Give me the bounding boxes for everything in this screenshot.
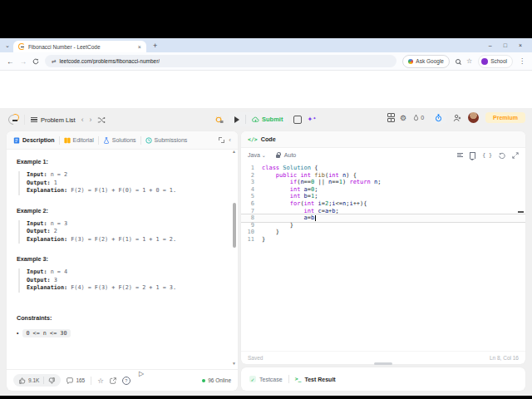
editorial-icon — [64, 137, 71, 144]
line-content: int c=a+b; — [254, 208, 339, 215]
saved-status: Saved — [248, 355, 263, 361]
code-line[interactable]: 9 } — [241, 222, 525, 229]
leetcode-page: Problem List ‹ › — [0, 108, 532, 396]
line-number: 8 — [241, 214, 254, 222]
scroll-up-icon[interactable]: ▲ — [232, 150, 236, 154]
chevron-down-icon: ⌄ — [262, 152, 266, 158]
code-icon: </> — [248, 136, 258, 143]
ask-google-button[interactable]: Ask Google — [402, 55, 450, 68]
debug-icon[interactable] — [214, 115, 224, 124]
thumbs-down-icon[interactable] — [48, 377, 55, 384]
autocomplete-label: Auto — [284, 152, 296, 158]
expand-editor-icon[interactable] — [512, 152, 519, 159]
shuffle-icon[interactable] — [97, 116, 106, 124]
streak-counter[interactable]: 0 — [413, 114, 424, 121]
url-field[interactable]: ⇄ leetcode.com/problems/fibonacci-number… — [45, 55, 397, 67]
testcase-check-icon: ✓ — [249, 376, 256, 382]
comments-button[interactable]: 165 — [66, 377, 85, 384]
online-dot — [202, 379, 205, 382]
settings-gear-icon[interactable]: ⚙ — [400, 114, 406, 122]
history-clock-icon — [145, 137, 152, 144]
new-tab-button[interactable]: + — [153, 42, 157, 50]
invite-user-icon[interactable] — [453, 114, 461, 122]
problem-description[interactable]: Example 1: Input: n = 2 Output: 1 Explan… — [7, 150, 238, 370]
scrollbar-thumb[interactable] — [233, 203, 236, 248]
reset-code-icon[interactable] — [499, 152, 505, 159]
scroll-down-icon[interactable]: ▼ — [232, 362, 236, 366]
tab-description[interactable]: Description — [13, 137, 55, 144]
code-line[interactable]: 11} — [241, 236, 525, 244]
braces-icon[interactable]: { } — [482, 152, 492, 159]
code-line[interactable]: 6 for(int i=2;i<=n;i++){ — [241, 200, 525, 208]
window-maximize-button[interactable]: □ — [504, 42, 507, 48]
search-icon[interactable] — [456, 59, 461, 64]
ask-google-label: Ask Google — [416, 58, 444, 64]
help-icon[interactable]: ? — [122, 377, 131, 385]
code-line[interactable]: 3 if(n==0 || n==1) return n; — [241, 179, 525, 186]
example-title: Example 1: — [17, 158, 226, 165]
next-problem-icon[interactable]: › — [90, 116, 92, 124]
vote-group: 9.1K — [13, 374, 61, 387]
description-scrollbar[interactable]: ▲ ▼ — [231, 150, 237, 366]
window-minimize-button[interactable]: – — [489, 42, 492, 48]
line-content: public int fib(int n) { — [254, 172, 357, 180]
code-line[interactable]: 4 int a=0; — [241, 186, 525, 194]
browser-tab[interactable]: Fibonacci Number - LeetCode × — [13, 41, 146, 52]
bookmark-icon[interactable] — [470, 152, 475, 159]
share-icon[interactable] — [110, 377, 116, 384]
tab-solutions[interactable]: Solutions — [103, 137, 136, 144]
fullscreen-icon[interactable] — [219, 137, 224, 143]
language-select[interactable]: Java ⌄ — [248, 152, 266, 158]
code-panel-header: </> Code — [241, 131, 525, 148]
browser-menu-icon[interactable]: ⋮ — [519, 57, 525, 65]
leetcode-logo[interactable] — [8, 115, 18, 125]
like-button[interactable]: 9.1K — [19, 377, 39, 384]
code-line[interactable]: 2 public int fib(int n) { — [241, 172, 525, 180]
url-text: leetcode.com/problems/fibonacci-number/ — [59, 58, 160, 64]
code-line[interactable]: 5 int b=1; — [241, 193, 525, 200]
bookmark-star-icon[interactable]: ☆ — [466, 57, 472, 65]
tab-editorial[interactable]: Editorial — [64, 137, 94, 144]
problem-list-button[interactable]: Problem List — [31, 116, 76, 124]
premium-button[interactable]: Premium — [485, 112, 525, 123]
line-number: 4 — [241, 186, 254, 194]
line-number: 3 — [241, 179, 254, 186]
ai-sparkle-icon[interactable]: ✦✦ — [307, 116, 316, 123]
line-content: } — [254, 222, 293, 229]
window-close-button[interactable]: × — [519, 42, 522, 48]
tab-search-chevron-icon[interactable]: ⌄ — [5, 42, 10, 49]
code-line[interactable]: 1class Solution { — [241, 165, 525, 172]
line-number: 9 — [241, 222, 254, 229]
code-line[interactable]: 10 } — [241, 229, 525, 236]
comment-icon — [66, 377, 73, 384]
user-avatar[interactable] — [468, 112, 479, 123]
forward-icon[interactable]: → — [20, 57, 27, 66]
example-block: Input: n = 3 Output: 2 Explanation: F(3)… — [18, 220, 226, 244]
online-count: 96 Online — [208, 377, 231, 383]
profile-chip[interactable]: School — [478, 55, 513, 68]
code-editor[interactable]: 1class Solution {2 public int fib(int n)… — [241, 162, 525, 353]
problem-list-label: Problem List — [41, 116, 76, 124]
tab-submissions[interactable]: Submissions — [145, 137, 188, 144]
language-label: Java — [248, 152, 260, 158]
notes-icon[interactable] — [293, 116, 302, 124]
tab-testcase[interactable]: ✓ Testcase — [249, 376, 283, 382]
timer-button[interactable] — [431, 111, 446, 124]
favorite-star-icon[interactable]: ☆ — [97, 377, 104, 385]
flask-icon — [103, 137, 110, 144]
panel-drag-handle[interactable] — [374, 362, 392, 365]
format-lines-icon[interactable] — [457, 153, 463, 158]
layout-grid-icon[interactable] — [387, 113, 394, 123]
tab-test-result[interactable]: >_ Test Result — [295, 376, 336, 382]
site-settings-icon[interactable]: ⇄ — [52, 58, 56, 65]
back-icon[interactable]: ← — [7, 57, 14, 66]
online-status: 96 Online — [202, 377, 231, 383]
refresh-icon[interactable] — [32, 58, 39, 65]
tab-close-icon[interactable]: × — [138, 44, 141, 50]
run-button[interactable] — [234, 116, 239, 123]
prev-problem-icon[interactable]: ‹ — [81, 116, 84, 124]
line-content: for(int i=2;i<=n;i++){ — [254, 200, 367, 208]
collapse-panel-icon[interactable]: ‹ — [229, 136, 231, 144]
tab-title: Fibonacci Number - LeetCode — [28, 44, 135, 50]
submit-button[interactable]: Submit — [252, 116, 283, 123]
